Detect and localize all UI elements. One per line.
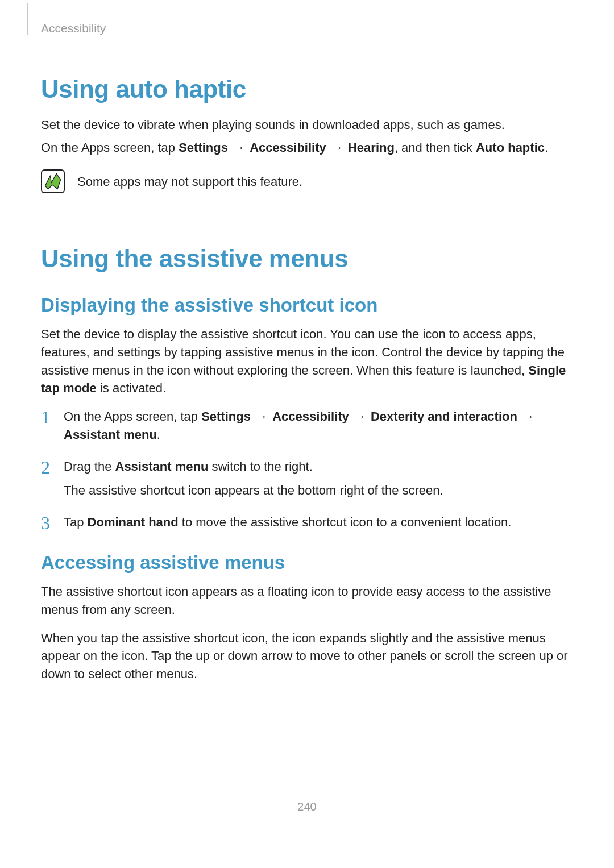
body-text: The assistive shortcut icon appears as a… — [41, 583, 573, 619]
steps-list: On the Apps screen, tap Settings → Acces… — [41, 408, 573, 531]
step-3: Tap Dominant hand to move the assistive … — [41, 513, 573, 531]
text: . — [545, 140, 548, 155]
text: On the Apps screen, tap — [64, 409, 201, 423]
header-rule — [27, 3, 28, 35]
text: Drag the — [64, 459, 115, 474]
page-content: Accessibility Using auto haptic Set the … — [0, 0, 614, 683]
text: Set the device to display the assistive … — [41, 327, 565, 377]
body-text-path: On the Apps screen, tap Settings → Acces… — [41, 139, 573, 157]
bold-settings: Settings — [201, 409, 251, 423]
subhead-displaying-shortcut: Displaying the assistive shortcut icon — [41, 294, 573, 316]
body-text: When you tap the assistive shortcut icon… — [41, 629, 573, 684]
bold-assistant-menu: Assistant menu — [64, 427, 157, 442]
arrow-icon: → — [330, 140, 345, 155]
note-callout: Some apps may not support this feature. — [41, 169, 573, 193]
bold-accessibility: Accessibility — [272, 409, 349, 423]
note-text: Some apps may not support this feature. — [77, 169, 302, 191]
body-text: Set the device to vibrate when playing s… — [41, 116, 573, 134]
bold-assistant-menu: Assistant menu — [115, 459, 209, 474]
text: switch to the right. — [208, 459, 312, 474]
bold-dexterity: Dexterity and interaction — [371, 409, 517, 423]
text: , and then tick — [395, 140, 476, 155]
text: to move the assistive shortcut icon to a… — [179, 515, 512, 529]
bold-settings: Settings — [179, 140, 228, 155]
bold-hearing: Hearing — [348, 140, 395, 155]
arrow-icon: → — [521, 409, 536, 423]
section-title-auto-haptic: Using auto haptic — [41, 75, 573, 103]
body-text: Set the device to display the assistive … — [41, 325, 573, 398]
arrow-icon: → — [254, 409, 269, 423]
step-sub-text: The assistive shortcut icon appears at t… — [64, 481, 573, 500]
section-title-assistive-menus: Using the assistive menus — [41, 244, 573, 273]
bold-auto-haptic: Auto haptic — [476, 140, 545, 155]
bold-dominant-hand: Dominant hand — [88, 515, 179, 529]
page-number: 240 — [0, 800, 614, 813]
breadcrumb: Accessibility — [41, 22, 573, 35]
arrow-icon: → — [352, 409, 367, 423]
subhead-accessing-assistive: Accessing assistive menus — [41, 552, 573, 574]
arrow-icon: → — [231, 140, 246, 155]
step-1: On the Apps screen, tap Settings → Acces… — [41, 408, 573, 444]
bold-accessibility: Accessibility — [250, 140, 326, 155]
text: is activated. — [97, 381, 166, 395]
text: Tap — [64, 515, 88, 529]
text: . — [157, 427, 160, 442]
text: On the Apps screen, tap — [41, 140, 179, 155]
step-2: Drag the Assistant menu switch to the ri… — [41, 458, 573, 500]
note-icon — [41, 169, 65, 193]
